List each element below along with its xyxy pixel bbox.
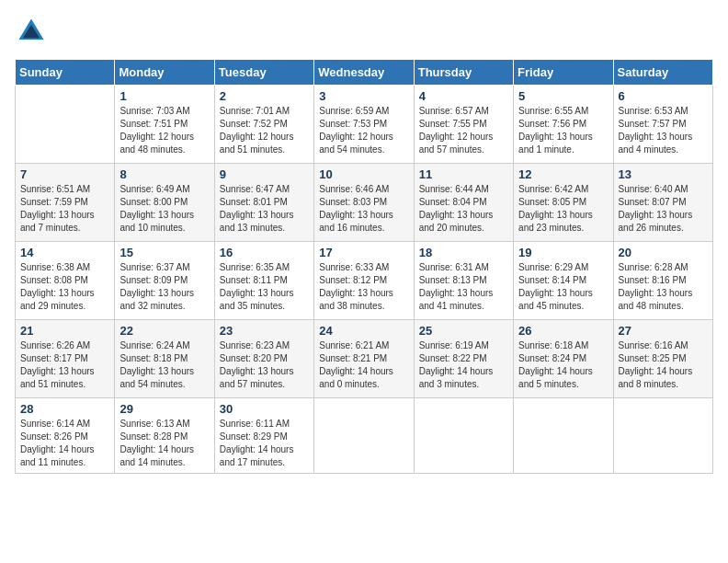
day-number: 5	[518, 89, 608, 103]
day-number: 3	[319, 89, 408, 103]
calendar-cell: 16Sunrise: 6:35 AM Sunset: 8:11 PM Dayli…	[214, 242, 313, 320]
cell-content: Sunrise: 6:40 AM Sunset: 8:07 PM Dayligh…	[619, 183, 708, 235]
calendar-week-row: 21Sunrise: 6:26 AM Sunset: 8:17 PM Dayli…	[16, 320, 713, 398]
calendar-cell: 1Sunrise: 7:03 AM Sunset: 7:51 PM Daylig…	[115, 86, 214, 164]
calendar-cell: 24Sunrise: 6:21 AM Sunset: 8:21 PM Dayli…	[314, 320, 414, 398]
cell-content: Sunrise: 6:44 AM Sunset: 8:04 PM Dayligh…	[419, 183, 508, 235]
day-number: 28	[20, 402, 109, 416]
logo-icon	[15, 15, 48, 48]
day-number: 24	[319, 324, 408, 338]
day-number: 9	[220, 167, 309, 181]
cell-content: Sunrise: 6:33 AM Sunset: 8:12 PM Dayligh…	[319, 261, 408, 313]
cell-content: Sunrise: 6:19 AM Sunset: 8:22 PM Dayligh…	[419, 339, 508, 391]
day-number: 11	[419, 167, 508, 181]
day-number: 20	[619, 246, 708, 259]
weekday-header: Thursday	[414, 60, 513, 86]
calendar-cell: 2Sunrise: 7:01 AM Sunset: 7:52 PM Daylig…	[214, 86, 313, 164]
day-number: 26	[518, 324, 608, 338]
calendar-cell: 13Sunrise: 6:40 AM Sunset: 8:07 PM Dayli…	[613, 164, 712, 242]
calendar-cell: 26Sunrise: 6:18 AM Sunset: 8:24 PM Dayli…	[514, 320, 613, 398]
cell-content: Sunrise: 6:35 AM Sunset: 8:11 PM Dayligh…	[220, 261, 309, 313]
page-header	[15, 15, 713, 48]
cell-content: Sunrise: 6:59 AM Sunset: 7:53 PM Dayligh…	[319, 105, 408, 156]
calendar-cell: 19Sunrise: 6:29 AM Sunset: 8:14 PM Dayli…	[514, 242, 613, 320]
cell-content: Sunrise: 6:42 AM Sunset: 8:05 PM Dayligh…	[518, 183, 608, 235]
cell-content: Sunrise: 6:26 AM Sunset: 8:17 PM Dayligh…	[20, 339, 109, 391]
day-number: 4	[419, 89, 508, 103]
cell-content: Sunrise: 6:14 AM Sunset: 8:26 PM Dayligh…	[20, 418, 109, 469]
cell-content: Sunrise: 6:18 AM Sunset: 8:24 PM Dayligh…	[518, 339, 608, 391]
day-number: 25	[419, 324, 508, 338]
calendar-cell: 9Sunrise: 6:47 AM Sunset: 8:01 PM Daylig…	[214, 164, 313, 242]
cell-content: Sunrise: 6:47 AM Sunset: 8:01 PM Dayligh…	[220, 183, 309, 235]
day-number: 1	[119, 89, 209, 103]
calendar-week-row: 28Sunrise: 6:14 AM Sunset: 8:26 PM Dayli…	[16, 398, 713, 474]
cell-content: Sunrise: 6:53 AM Sunset: 7:57 PM Dayligh…	[619, 105, 708, 156]
calendar-cell: 28Sunrise: 6:14 AM Sunset: 8:26 PM Dayli…	[16, 398, 115, 474]
calendar-cell: 7Sunrise: 6:51 AM Sunset: 7:59 PM Daylig…	[16, 164, 115, 242]
calendar-cell: 18Sunrise: 6:31 AM Sunset: 8:13 PM Dayli…	[414, 242, 513, 320]
day-number: 22	[119, 324, 209, 338]
cell-content: Sunrise: 6:21 AM Sunset: 8:21 PM Dayligh…	[319, 339, 408, 391]
day-number: 18	[419, 246, 508, 259]
cell-content: Sunrise: 6:55 AM Sunset: 7:56 PM Dayligh…	[518, 105, 608, 156]
day-number: 2	[220, 89, 309, 103]
calendar-cell: 29Sunrise: 6:13 AM Sunset: 8:28 PM Dayli…	[115, 398, 214, 474]
calendar-week-row: 7Sunrise: 6:51 AM Sunset: 7:59 PM Daylig…	[16, 164, 713, 242]
calendar-cell: 3Sunrise: 6:59 AM Sunset: 7:53 PM Daylig…	[314, 86, 414, 164]
calendar-week-row: 1Sunrise: 7:03 AM Sunset: 7:51 PM Daylig…	[16, 86, 713, 164]
calendar-cell: 17Sunrise: 6:33 AM Sunset: 8:12 PM Dayli…	[314, 242, 414, 320]
calendar-cell: 30Sunrise: 6:11 AM Sunset: 8:29 PM Dayli…	[214, 398, 313, 474]
day-number: 8	[119, 167, 209, 181]
weekday-header: Friday	[514, 60, 613, 86]
calendar-cell: 20Sunrise: 6:28 AM Sunset: 8:16 PM Dayli…	[613, 242, 712, 320]
weekday-header: Wednesday	[314, 60, 414, 86]
day-number: 23	[220, 324, 309, 338]
weekday-header: Sunday	[16, 60, 115, 86]
calendar-cell: 23Sunrise: 6:23 AM Sunset: 8:20 PM Dayli…	[214, 320, 313, 398]
day-number: 14	[20, 246, 109, 259]
day-number: 27	[619, 324, 708, 338]
calendar-cell: 11Sunrise: 6:44 AM Sunset: 8:04 PM Dayli…	[414, 164, 513, 242]
day-number: 13	[619, 167, 708, 181]
calendar-cell: 5Sunrise: 6:55 AM Sunset: 7:56 PM Daylig…	[514, 86, 613, 164]
cell-content: Sunrise: 7:03 AM Sunset: 7:51 PM Dayligh…	[119, 105, 209, 156]
calendar-cell: 8Sunrise: 6:49 AM Sunset: 8:00 PM Daylig…	[115, 164, 214, 242]
cell-content: Sunrise: 6:57 AM Sunset: 7:55 PM Dayligh…	[419, 105, 508, 156]
calendar-cell: 22Sunrise: 6:24 AM Sunset: 8:18 PM Dayli…	[115, 320, 214, 398]
cell-content: Sunrise: 6:13 AM Sunset: 8:28 PM Dayligh…	[119, 418, 209, 469]
calendar-cell: 27Sunrise: 6:16 AM Sunset: 8:25 PM Dayli…	[613, 320, 712, 398]
weekday-header: Saturday	[613, 60, 712, 86]
day-number: 19	[518, 246, 608, 259]
day-number: 12	[518, 167, 608, 181]
calendar-cell: 15Sunrise: 6:37 AM Sunset: 8:09 PM Dayli…	[115, 242, 214, 320]
cell-content: Sunrise: 6:38 AM Sunset: 8:08 PM Dayligh…	[20, 261, 109, 313]
cell-content: Sunrise: 6:49 AM Sunset: 8:00 PM Dayligh…	[119, 183, 209, 235]
cell-content: Sunrise: 6:24 AM Sunset: 8:18 PM Dayligh…	[119, 339, 209, 391]
cell-content: Sunrise: 6:29 AM Sunset: 8:14 PM Dayligh…	[518, 261, 608, 313]
cell-content: Sunrise: 6:16 AM Sunset: 8:25 PM Dayligh…	[619, 339, 708, 391]
calendar-cell: 25Sunrise: 6:19 AM Sunset: 8:22 PM Dayli…	[414, 320, 513, 398]
cell-content: Sunrise: 6:51 AM Sunset: 7:59 PM Dayligh…	[20, 183, 109, 235]
day-number: 17	[319, 246, 408, 259]
calendar-cell: 4Sunrise: 6:57 AM Sunset: 7:55 PM Daylig…	[414, 86, 513, 164]
calendar-cell: 10Sunrise: 6:46 AM Sunset: 8:03 PM Dayli…	[314, 164, 414, 242]
cell-content: Sunrise: 6:31 AM Sunset: 8:13 PM Dayligh…	[419, 261, 508, 313]
day-number: 30	[220, 402, 309, 416]
cell-content: Sunrise: 6:46 AM Sunset: 8:03 PM Dayligh…	[319, 183, 408, 235]
day-number: 10	[319, 167, 408, 181]
day-number: 21	[20, 324, 109, 338]
calendar-cell: 6Sunrise: 6:53 AM Sunset: 7:57 PM Daylig…	[613, 86, 712, 164]
calendar-cell: 21Sunrise: 6:26 AM Sunset: 8:17 PM Dayli…	[16, 320, 115, 398]
cell-content: Sunrise: 6:23 AM Sunset: 8:20 PM Dayligh…	[220, 339, 309, 391]
calendar-header-row: SundayMondayTuesdayWednesdayThursdayFrid…	[16, 60, 713, 86]
day-number: 29	[119, 402, 209, 416]
day-number: 6	[619, 89, 708, 103]
weekday-header: Tuesday	[214, 60, 313, 86]
cell-content: Sunrise: 6:11 AM Sunset: 8:29 PM Dayligh…	[220, 418, 309, 469]
weekday-header: Monday	[115, 60, 214, 86]
calendar-table: SundayMondayTuesdayWednesdayThursdayFrid…	[15, 59, 713, 474]
calendar-cell	[414, 398, 513, 474]
calendar-cell	[16, 86, 115, 164]
calendar-cell	[314, 398, 414, 474]
